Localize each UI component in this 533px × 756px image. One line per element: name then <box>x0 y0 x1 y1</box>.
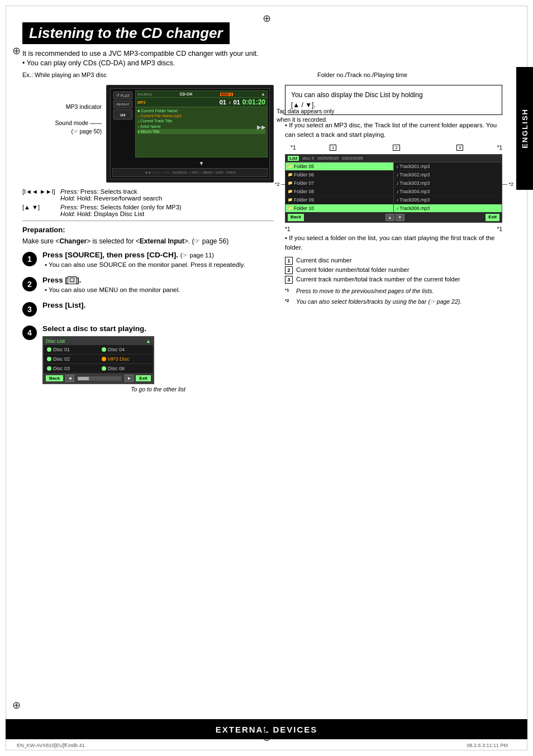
step-2-sub: • You can also use MENU on the monitor p… <box>45 286 274 293</box>
intro-bullet1: • You can play only CDs (CD-DA) and MP3 … <box>22 59 502 67</box>
track-icon-002: ♪ <box>396 172 398 178</box>
track-icon-006: ♪ <box>396 205 398 211</box>
mp3-indicator-label: MP3 indicator <box>23 102 102 112</box>
track-list-body: 📁 Folder 05 📁 Folder 06 📁 Folder 07 📁 Fo… <box>285 162 502 213</box>
folder-track-label: Folder no./Track no./Playing time <box>317 71 407 79</box>
controls-section: [I◄◄ ►►I] Press: Press: Selects track Ho… <box>22 188 274 217</box>
numbered-list: 1 Current disc number 2 Current folder n… <box>285 257 502 284</box>
step-1-sub: • You can also use SOURCE on the monitor… <box>45 261 274 268</box>
folder-row-10[interactable]: 📁 Folder 10 <box>285 204 393 213</box>
track-icon-001: ♪ <box>396 164 398 169</box>
display-example-label: Ex.: While playing an MP3 disc <box>22 71 107 78</box>
track-scroll-up[interactable]: ▲ <box>386 214 394 221</box>
english-sidebar: ENGLISH <box>516 67 533 190</box>
current-track-row: ♩ Current Track Title <box>137 118 265 124</box>
footnotes: *1 Press to move to the previous/next pa… <box>285 287 502 307</box>
main-content: Listening to the CD changer It is recomm… <box>17 17 508 714</box>
folder-row-09[interactable]: 📁 Folder 09 <box>285 196 393 204</box>
num3-box-label: 3 <box>456 145 463 151</box>
disc-grid: Disc 01 Disc 04 Disc 02 <box>44 345 153 374</box>
disc-back-btn[interactable]: Back <box>46 375 63 381</box>
step-2: 2 Press [🔲]. • You can also use MENU on … <box>22 276 274 293</box>
disc-list-diagram: Disc List ▲ Disc 01 Disc 04 <box>42 336 154 384</box>
num2-box-label: 2 <box>393 145 399 151</box>
up-down-key: [▲ ▼] <box>22 204 56 210</box>
disc-scroll-right[interactable]: ► <box>125 375 134 382</box>
two-col-layout: MP3 indicator Sound mode ——(☞ page 50) T… <box>22 85 502 400</box>
step-4-title: Select a disc to start playing. <box>42 324 274 333</box>
prev-next-key: [I◄◄ ►►I] <box>22 188 56 195</box>
preparation-text: Make sure <Changer> is selected for <Ext… <box>22 236 274 246</box>
step-3-circle: 3 <box>22 302 37 317</box>
star2-left: *2 — <box>275 181 286 187</box>
repeat-label: REPEAT <box>116 103 130 106</box>
track-row-004[interactable]: ♪ Track004.mp3 <box>394 188 502 196</box>
folder-row-08[interactable]: 📁 Folder 08 <box>285 188 393 196</box>
file-col: ♪ Track001.mp3 ♪ Track002.mp3 ♪ Track003… <box>394 162 502 213</box>
step-1: 1 Press [SOURCE], then press [CD-CH]. (☞… <box>22 251 274 268</box>
fwd-arrow: ▶▶ <box>257 124 266 130</box>
track-back-btn[interactable]: Back <box>288 214 304 221</box>
up-down-hold: Hold: Hold: Displays Disc List <box>60 210 182 217</box>
step-1-circle: 1 <box>22 252 37 266</box>
folder-num: 01 <box>220 99 226 106</box>
track-num: 01 <box>233 99 240 106</box>
folder-row-05[interactable]: 📁 Folder 05 <box>285 162 393 171</box>
disc-list-up-arrow: ▲ <box>146 338 151 344</box>
current-file-row: ♪ Current File Name.mp3 <box>137 113 265 118</box>
disc-exit-btn[interactable]: Exit <box>136 375 151 381</box>
star2-right: — *2 <box>502 181 513 187</box>
disc-cell-04[interactable]: Disc 04 <box>98 345 153 355</box>
num-box-2: 2 <box>285 266 293 274</box>
folder-icon-08: 📁 <box>288 189 293 194</box>
track-scroll-down[interactable]: ▼ <box>396 214 404 221</box>
folder-icon-06: 📁 <box>288 173 293 177</box>
step-1-title: Press [SOURCE], then press [CD-CH]. (☞ p… <box>42 251 274 259</box>
disc-cell-06[interactable]: Disc 06 <box>98 364 153 374</box>
album-row: ♦ Album Title <box>137 129 265 134</box>
cd-unit-diagram: ↺ FLAT REPEAT ⏮ 3:45 PM PM <box>106 85 274 183</box>
star1-label-bot-left: *1 <box>285 226 290 232</box>
up-down-press: Press: Press: Selects folder (only for M… <box>60 204 182 210</box>
current-folder-row: ■ Current Folder Name <box>137 108 265 113</box>
disc-scroll-left[interactable]: ◄ <box>65 375 74 382</box>
prev-next-hold: Hold: Hold: Reverse/forward search <box>60 195 162 202</box>
track-icon-003: ♪ <box>396 180 398 186</box>
step-3: 3 Press [List]. <box>22 301 274 317</box>
disc-cell-mp3[interactable]: MP3 Disc <box>98 355 153 364</box>
star1-label-top-left: *1 <box>291 145 296 151</box>
track-icon-005: ♪ <box>396 197 398 203</box>
track-exit-btn[interactable]: Exit <box>486 214 499 221</box>
disc-footer: Back ◄ ► Exit <box>44 374 153 383</box>
disc1-indicator: DISC 1 <box>220 93 233 96</box>
track-row-006[interactable]: ♪ Track006.mp3 <box>394 204 502 213</box>
right-bullet-2: • If you select a folder on the list, yo… <box>285 233 502 253</box>
page-number: 41 <box>263 726 270 735</box>
disc-cell-03[interactable]: Disc 03 <box>44 364 98 374</box>
track-list-diagram: List disc 5 0005/0035 0003/0099 📁 Folder… <box>285 154 502 223</box>
mp3-screen-label: MP3 <box>137 101 145 104</box>
page-title: Listening to the CD changer <box>22 22 230 44</box>
artist-row: ♪ Artist Name <box>137 124 265 129</box>
track-row-005[interactable]: ♪ Track005.mp3 <box>394 196 502 204</box>
intro-line1: It is recommended to use a JVC MP3-compa… <box>22 50 502 58</box>
music-note: ♪ <box>229 99 231 105</box>
step-3-title: Press [List]. <box>42 301 274 309</box>
track-row-001[interactable]: ♪ Track001.mp3 <box>394 162 502 171</box>
skip-back-icon: ⏮ <box>120 112 126 118</box>
track-row-002[interactable]: ♪ Track002.mp3 <box>394 171 502 179</box>
disc-cell-01[interactable]: Disc 01 <box>44 345 98 355</box>
track-row-003[interactable]: ♪ Track003.mp3 <box>394 179 502 188</box>
folder-row-06[interactable]: 📁 Folder 06 <box>285 171 393 179</box>
disc-cell-02[interactable]: Disc 02 <box>44 355 98 364</box>
numbered-item-3: 3 Current track number/total track numbe… <box>285 276 502 284</box>
disc-list-header-label: Disc List <box>46 338 65 344</box>
num1-box-label: 1 <box>330 145 336 151</box>
list-tab[interactable]: List <box>288 156 299 161</box>
track-list-footer: Back ▲ ▼ Exit <box>285 213 502 222</box>
footnote-star1: *1 Press to move to the previous/next pa… <box>285 287 502 296</box>
source-text: SOURCE <box>137 93 152 96</box>
folder-row-07[interactable]: 📁 Folder 07 <box>285 179 393 188</box>
folder-icon-05: 📁 <box>288 164 293 169</box>
num-box-1: 1 <box>285 257 293 265</box>
